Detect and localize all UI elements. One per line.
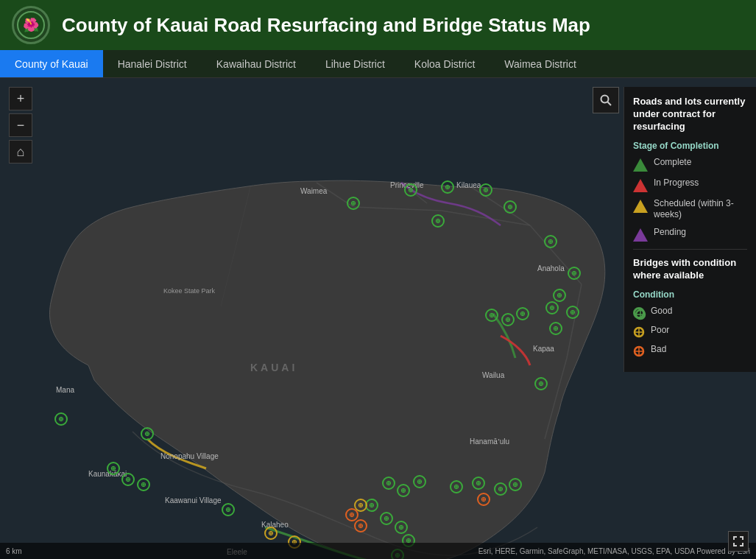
- scheduled-label: Scheduled (within 3-weeks): [654, 198, 747, 221]
- credits-label: Esri, HERE, Garmin, SafeGraph, METI/NASA…: [478, 547, 750, 555]
- bridge-marker-10[interactable]: ⊕: [485, 309, 498, 322]
- svg-text:🌺: 🌺: [23, 17, 40, 33]
- zoom-in-button[interactable]: +: [9, 87, 32, 110]
- home-button[interactable]: ⌂: [9, 140, 32, 164]
- bridge-marker-28[interactable]: ⊕: [494, 482, 507, 496]
- search-button[interactable]: [593, 87, 619, 113]
- bridge-marker-18[interactable]: ⊕: [141, 427, 154, 440]
- bridge-marker-17[interactable]: ⊕: [54, 412, 68, 426]
- tab-county-of-kauai[interactable]: County of Kauai: [0, 50, 103, 77]
- bridge-marker-32[interactable]: ⊕: [395, 521, 408, 534]
- bridge-marker-31[interactable]: ⊕: [380, 512, 393, 525]
- bad-swatch: [633, 345, 645, 357]
- legend-item-bad: Bad: [633, 344, 747, 357]
- good-label: Good: [651, 306, 672, 317]
- scale-label: 6 km: [6, 547, 22, 555]
- legend-panel: Roads and lots currently under contract …: [623, 87, 756, 372]
- map-container[interactable]: Waimea Princeville Kilauea Anahola Kapaa…: [0, 78, 756, 559]
- bridge-marker-11[interactable]: ⊕: [501, 313, 515, 326]
- bridge-marker-8[interactable]: ⊕: [568, 267, 581, 280]
- bridge-marker-7[interactable]: ⊕: [544, 235, 557, 248]
- bridge-marker-4[interactable]: ⊕: [479, 183, 492, 197]
- bridge-marker-3[interactable]: ⊕: [441, 180, 454, 194]
- pending-label: Pending: [654, 227, 686, 239]
- search-icon: [600, 94, 612, 106]
- legend-item-good: Good: [633, 306, 747, 319]
- tab-kawaihau[interactable]: Kawaihau District: [202, 50, 311, 77]
- bridge-marker-5[interactable]: ⊕: [504, 200, 517, 214]
- bridge-marker-20[interactable]: ⊕: [121, 473, 135, 486]
- legend-divider: [633, 249, 747, 250]
- bridge-marker-bad-3[interactable]: ⊕: [477, 493, 490, 506]
- zoom-out-button[interactable]: −: [9, 113, 32, 137]
- bridge-marker-9[interactable]: ⊕: [553, 289, 566, 302]
- nav-bar: County of Kauai Hanalei District Kawaiha…: [0, 50, 756, 78]
- bridge-marker-14[interactable]: ⊕: [566, 306, 579, 319]
- poor-label: Poor: [651, 325, 669, 337]
- bridge-marker-2[interactable]: ⊕: [404, 183, 417, 197]
- bridge-marker-22[interactable]: ⊕: [222, 503, 235, 516]
- legend-item-complete: Complete: [633, 157, 747, 172]
- bridge-marker-23[interactable]: ⊕: [382, 477, 395, 490]
- legend-title: Roads and lots currently under contract …: [633, 96, 747, 133]
- fullscreen-icon: [732, 535, 744, 547]
- legend-stage-heading: Stage of Completion: [633, 141, 747, 151]
- good-swatch: [633, 307, 645, 319]
- bridge-marker-21[interactable]: ⊕: [137, 478, 150, 491]
- legend-item-scheduled: Scheduled (within 3-weeks): [633, 198, 747, 221]
- bridge-marker-bad-1[interactable]: ⊕: [345, 508, 358, 521]
- legend-item-pending: Pending: [633, 227, 747, 242]
- in-progress-label: In Progress: [654, 177, 699, 189]
- bridge-marker-29[interactable]: ⊕: [509, 478, 522, 491]
- bad-label: Bad: [651, 344, 666, 356]
- bridge-marker-1[interactable]: ⊕: [347, 197, 360, 210]
- bridge-marker-13[interactable]: ⊕: [545, 301, 559, 314]
- complete-label: Complete: [654, 157, 691, 169]
- bridge-marker-6[interactable]: ⊕: [431, 214, 445, 228]
- bridge-marker-26[interactable]: ⊕: [450, 480, 463, 493]
- bridge-marker-bad-2[interactable]: ⊕: [354, 519, 367, 532]
- svg-line-15: [608, 102, 612, 106]
- county-logo: 🌺: [12, 6, 50, 44]
- legend-condition-heading: Condition: [633, 289, 747, 300]
- poor-swatch: [633, 326, 645, 338]
- legend-bridge-title: Bridges with condition where available: [633, 257, 747, 282]
- svg-point-14: [601, 96, 609, 103]
- pending-swatch: [633, 228, 648, 242]
- legend-item-in-progress: In Progress: [633, 177, 747, 192]
- page-title: County of Kauai Road Resurfacing and Bri…: [62, 14, 590, 37]
- bridge-marker-19[interactable]: ⊕: [107, 462, 120, 475]
- bridge-marker-15[interactable]: ⊕: [549, 322, 562, 335]
- attribution-bar: 6 km Esri, HERE, Garmin, SafeGraph, METI…: [0, 543, 756, 559]
- bridge-marker-25[interactable]: ⊕: [413, 475, 426, 488]
- complete-swatch: [633, 158, 648, 172]
- fullscreen-button[interactable]: [728, 531, 749, 552]
- legend-item-poor: Poor: [633, 325, 747, 338]
- app-header: 🌺 County of Kauai Road Resurfacing and B…: [0, 0, 756, 50]
- bridge-marker-16[interactable]: ⊕: [534, 377, 548, 390]
- tab-koloa[interactable]: Koloa District: [400, 50, 490, 77]
- bridge-marker-24[interactable]: ⊕: [397, 484, 410, 497]
- tab-hanalei[interactable]: Hanalei District: [103, 50, 202, 77]
- in-progress-swatch: [633, 179, 648, 192]
- bridge-marker-27[interactable]: ⊕: [472, 477, 485, 490]
- bridge-marker-12[interactable]: ⊕: [516, 307, 529, 320]
- tab-waimea[interactable]: Waimea District: [490, 50, 591, 77]
- tab-lihue[interactable]: Lihue District: [311, 50, 400, 77]
- map-controls: + − ⌂: [9, 87, 32, 164]
- bridge-marker-poor-2[interactable]: ⊕: [264, 527, 278, 540]
- scheduled-swatch: [633, 200, 648, 213]
